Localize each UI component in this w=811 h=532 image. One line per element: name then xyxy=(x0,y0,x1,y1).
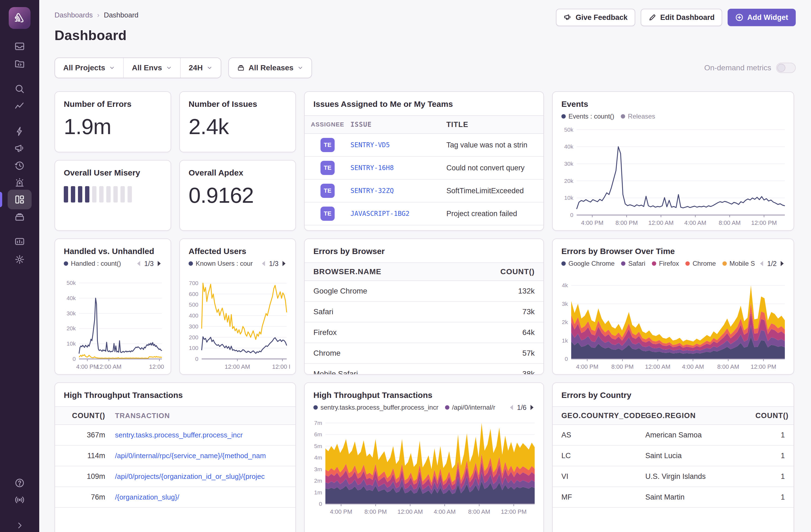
sidebar-item-dashboards[interactable] xyxy=(7,190,32,209)
main-content: Dashboards › Dashboard Give Feedback Edi… xyxy=(39,0,811,532)
page-next-icon[interactable] xyxy=(157,261,162,267)
team-avatar[interactable]: TE xyxy=(320,161,335,175)
transaction-link[interactable]: /api/0/projects/{organization_id_or_slug… xyxy=(115,472,265,481)
svg-text:0: 0 xyxy=(570,212,573,218)
team-avatar[interactable]: TE xyxy=(320,184,335,198)
table-row[interactable]: 109m/api/0/projects/{organization_id_or_… xyxy=(55,466,295,487)
sidebar-item-metrics[interactable] xyxy=(7,96,32,116)
ondemand-metrics-toggle[interactable] xyxy=(776,63,796,73)
page-next-icon[interactable] xyxy=(282,261,287,267)
give-feedback-button[interactable]: Give Feedback xyxy=(556,9,635,26)
table-row[interactable]: LCSaint Lucia1 xyxy=(553,445,794,466)
svg-text:4:00 AM: 4:00 AM xyxy=(433,508,456,515)
legend-label: sentry.tasks.process_buffer.process_incr xyxy=(320,404,439,411)
page-next-icon[interactable] xyxy=(780,261,785,267)
sidebar-item-settings[interactable] xyxy=(7,250,32,269)
count-cell: 1 xyxy=(755,493,794,501)
legend-item[interactable]: Google Chrome xyxy=(561,260,614,267)
widget-errors-by-browser-over-time: Errors by Browser Over Time Google Chrom… xyxy=(552,239,794,375)
legend-label: Chrome xyxy=(692,260,716,267)
table-row[interactable]: 367msentry.tasks.process_buffer.process_… xyxy=(55,425,295,445)
issue-link[interactable]: SENTRY-VD5 xyxy=(350,141,390,149)
throughput-table-body: 367msentry.tasks.process_buffer.process_… xyxy=(55,425,295,508)
svg-text:4:00 PM: 4:00 PM xyxy=(576,363,598,370)
page-prev-icon[interactable] xyxy=(136,261,141,267)
legend-item[interactable]: Handled : count() xyxy=(64,260,121,267)
legend-item[interactable]: Chrome xyxy=(685,260,716,267)
sidebar-item-search[interactable] xyxy=(7,79,32,98)
table-row[interactable]: TE JAVASCRIPT-1BG2 Project creation fail… xyxy=(305,202,544,225)
broadcast-icon xyxy=(14,495,25,505)
releases-filter[interactable]: All Releases xyxy=(229,58,311,78)
metric-column-2: Number of Issues 2.4k Overall Apdex 0.91… xyxy=(179,91,296,231)
table-row[interactable]: Safari73k xyxy=(305,302,544,322)
count-cell: 1 xyxy=(755,431,794,439)
time-filter[interactable]: 24H xyxy=(180,58,221,78)
page-prev-icon[interactable] xyxy=(759,261,764,267)
col-count: COUNT() xyxy=(755,412,794,420)
table-row[interactable]: Mobile Safari38k xyxy=(305,364,544,375)
legend-dot xyxy=(621,114,625,119)
legend-item[interactable]: Events : count() xyxy=(561,112,614,120)
legend-item[interactable]: /api/0/internal/r xyxy=(445,404,495,411)
legend-label: Firefox xyxy=(659,260,679,267)
table-row[interactable]: 114m/api/0/internal/rpc/{service_name}/{… xyxy=(55,445,295,466)
sidebar-item-issues[interactable] xyxy=(7,36,32,56)
table-row[interactable]: 76m/{organization_slug}/ xyxy=(55,487,295,508)
table-row[interactable]: TE SENTRY-VD5 Tag value was not a strin xyxy=(305,134,544,157)
legend-dot xyxy=(64,261,68,266)
legend-item[interactable]: Mobile S xyxy=(722,260,754,267)
misery-bar xyxy=(106,186,111,202)
issue-link[interactable]: JAVASCRIPT-1BG2 xyxy=(350,210,410,217)
table-row[interactable]: Google Chrome132k xyxy=(305,281,544,302)
svg-text:0: 0 xyxy=(319,501,322,507)
transaction-link[interactable]: sentry.tasks.process_buffer.process_incr xyxy=(115,431,243,439)
sidebar-item-feedback[interactable] xyxy=(7,138,32,158)
add-widget-button[interactable]: Add Widget xyxy=(728,9,796,26)
team-avatar[interactable]: TE xyxy=(320,138,335,152)
table-row[interactable]: VIU.S. Virgin Islands1 xyxy=(553,466,794,487)
sidebar-item-projects[interactable] xyxy=(7,54,32,74)
table-row[interactable]: ASAmerican Samoa1 xyxy=(553,425,794,445)
sidebar-item-stats[interactable] xyxy=(7,232,32,251)
page-prev-icon[interactable] xyxy=(261,261,266,267)
sidebar-item-whats-new[interactable] xyxy=(7,490,32,510)
releases-filter-label: All Releases xyxy=(248,63,293,72)
table-row[interactable]: TE SENTRY-32ZQ SoftTimeLimitExceeded xyxy=(305,180,544,202)
svg-text:4:00 AM: 4:00 AM xyxy=(682,363,704,370)
sentry-logo[interactable] xyxy=(9,7,31,29)
legend-item[interactable]: Safari xyxy=(621,260,645,267)
table-row[interactable]: Firefox64k xyxy=(305,322,544,343)
transaction-link[interactable]: /{organization_slug}/ xyxy=(115,493,179,501)
table-row[interactable]: MFSaint Martin1 xyxy=(553,487,794,508)
legend-item[interactable]: Releases xyxy=(621,112,655,120)
projects-filter-label: All Projects xyxy=(63,63,105,72)
sidebar-item-releases[interactable] xyxy=(7,207,32,227)
page-next-icon[interactable] xyxy=(530,405,535,410)
count-cell: 114m xyxy=(55,452,115,460)
svg-text:3k: 3k xyxy=(562,301,568,307)
breadcrumb-dashboards[interactable]: Dashboards xyxy=(55,11,93,19)
issue-link[interactable]: SENTRY-16H8 xyxy=(350,164,394,172)
team-avatar[interactable]: TE xyxy=(320,207,335,221)
table-row[interactable]: TE SENTRY-16H8 Could not convert query xyxy=(305,157,544,180)
legend-item[interactable]: Firefox xyxy=(652,260,679,267)
assignee-cell: TE xyxy=(305,161,350,175)
envs-filter[interactable]: All Envs xyxy=(123,58,180,78)
count-cell: 132k xyxy=(494,287,544,295)
svg-text:7m: 7m xyxy=(314,420,322,426)
page-prev-icon[interactable] xyxy=(509,405,514,410)
projects-filter[interactable]: All Projects xyxy=(55,58,123,78)
transaction-link[interactable]: /api/0/internal/rpc/{service_name}/{meth… xyxy=(115,452,266,460)
replay-clock-icon xyxy=(14,160,25,171)
time-filter-label: 24H xyxy=(189,63,203,72)
edit-dashboard-button[interactable]: Edit Dashboard xyxy=(641,9,722,26)
legend-item[interactable]: Known Users : cour xyxy=(188,260,253,267)
sidebar-collapse[interactable] xyxy=(7,516,32,532)
table-row[interactable]: Chrome57k xyxy=(305,343,544,364)
issue-link[interactable]: SENTRY-32ZQ xyxy=(350,187,394,195)
svg-text:5m: 5m xyxy=(314,443,322,449)
legend-dot xyxy=(561,261,566,266)
issue-title-cell: SoftTimeLimitExceeded xyxy=(446,187,544,195)
legend-item[interactable]: sentry.tasks.process_buffer.process_incr xyxy=(313,404,439,411)
